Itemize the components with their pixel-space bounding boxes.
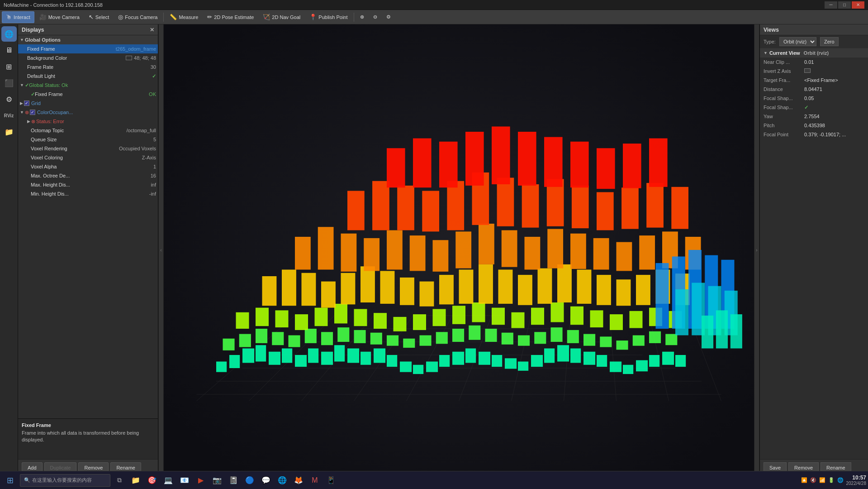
- file-manager-button[interactable]: 📁: [128, 473, 143, 488]
- svg-rect-39: [479, 352, 490, 365]
- app-icon-4[interactable]: ▶: [194, 473, 208, 488]
- scene-container: [164, 24, 754, 475]
- focus-camera-button[interactable]: ◎ Focus Camera: [114, 11, 161, 23]
- titlebar: NoMachine - Connection to 192.168.200.15…: [0, 0, 868, 10]
- invert-z-checkbox[interactable]: [804, 68, 811, 73]
- min-height-row[interactable]: Min. Height Dis... -inf: [18, 189, 158, 198]
- sidebar-icon-folder[interactable]: 📁: [1, 124, 17, 139]
- sidebar-icon-terminal[interactable]: ⬛: [1, 75, 17, 91]
- tray-icon-1[interactable]: 🔼: [801, 477, 807, 483]
- views-type-select[interactable]: Orbit (rviz): [779, 37, 816, 46]
- max-octree-row[interactable]: Max. Octree De... 16: [18, 171, 158, 180]
- background-color-row[interactable]: Background Color 48; 48; 48: [18, 53, 158, 62]
- color-occupancy-row[interactable]: ▼ ⊗ ✓ ColorOccupan...: [18, 108, 158, 117]
- app-icon-9[interactable]: 🌐: [275, 473, 289, 488]
- publish-point-button[interactable]: 📍 Publish Point: [305, 11, 351, 23]
- minus-button[interactable]: ⊖: [369, 11, 381, 23]
- svg-rect-48: [597, 355, 607, 367]
- frame-rate-row[interactable]: Frame Rate 30: [18, 62, 158, 72]
- close-button[interactable]: ✕: [852, 1, 864, 9]
- grid-row[interactable]: ▶ ✓ Grid: [18, 99, 158, 108]
- app-icon-firefox[interactable]: 🦊: [291, 473, 306, 488]
- settings-button[interactable]: ⚙: [382, 11, 395, 23]
- global-options-header[interactable]: ▼ Global Options: [18, 35, 158, 44]
- grid-checkbox[interactable]: ✓: [24, 101, 29, 106]
- sidebar-icon-settings[interactable]: ⚙: [1, 91, 17, 107]
- fixed-frame-status-row[interactable]: ✓ Fixed Frame OK: [18, 90, 158, 99]
- right-collapse-handle[interactable]: ›: [754, 24, 759, 475]
- color-occupancy-checkbox[interactable]: ✓: [30, 110, 35, 115]
- nav-goal-button[interactable]: 🏹 2D Nav Goal: [259, 11, 304, 23]
- background-color-swatch: [126, 56, 132, 60]
- displays-close-icon[interactable]: ✕: [150, 27, 154, 33]
- tray-icon-3[interactable]: 📶: [819, 477, 825, 483]
- plus-button[interactable]: ⊕: [356, 11, 368, 23]
- tray-icon-2[interactable]: 🔇: [810, 477, 816, 483]
- sidebar-icon-apps[interactable]: ⊞: [1, 59, 17, 74]
- search-button[interactable]: 🔍 在这里输入你要搜索的内容: [20, 474, 110, 487]
- views-header: Views: [760, 24, 868, 35]
- svg-rect-84: [256, 308, 269, 326]
- pitch-value: 0.435398: [804, 123, 864, 128]
- app-icon-10[interactable]: M: [308, 473, 322, 488]
- viewport[interactable]: [164, 24, 754, 475]
- settings-icon: ⚙: [386, 14, 391, 20]
- app-icon-8[interactable]: 💬: [259, 473, 273, 488]
- maximize-button[interactable]: □: [838, 1, 851, 9]
- app-icon-1[interactable]: 🎯: [145, 473, 159, 488]
- svg-rect-147: [372, 181, 389, 230]
- global-status-arrow: ▼: [20, 83, 24, 87]
- svg-rect-124: [617, 279, 631, 306]
- color-occupancy-label: ColorOccupan...: [37, 110, 158, 115]
- sidebar-icon-display[interactable]: 🖥: [1, 43, 17, 58]
- svg-rect-152: [497, 178, 514, 226]
- sidebar-icon-globe[interactable]: 🌐: [1, 26, 17, 42]
- voxel-alpha-row[interactable]: Voxel Alpha 1: [18, 162, 158, 171]
- app-icon-7[interactable]: 🔵: [242, 473, 257, 488]
- status-error-row[interactable]: ▶ ⊗ Status: Error: [18, 117, 158, 126]
- global-options-arrow: ▼: [20, 38, 24, 42]
- start-button[interactable]: ⊞: [2, 472, 18, 489]
- svg-rect-44: [544, 349, 555, 363]
- max-height-row[interactable]: Max. Height Dis... inf: [18, 180, 158, 189]
- views-type-label: Type:: [764, 39, 776, 44]
- sidebar-icon-rviz[interactable]: RViz: [1, 108, 17, 123]
- app-icon-3[interactable]: 📧: [177, 473, 192, 488]
- app-icon-6[interactable]: 📓: [226, 473, 241, 488]
- move-camera-button[interactable]: 🎥 Move Camera: [35, 11, 84, 23]
- fixed-frame-row[interactable]: Fixed Frame t265_odom_frame: [18, 44, 158, 53]
- octomap-topic-row[interactable]: Octomap Topic /octomap_full: [18, 126, 158, 135]
- select-button[interactable]: ↖ Select: [85, 11, 114, 23]
- min-height-value: -inf: [149, 191, 156, 197]
- voxel-rendering-row[interactable]: Voxel Rendering Occupied Voxels: [18, 144, 158, 153]
- color-occupancy-check: ✓: [31, 110, 34, 115]
- tray-icon-5[interactable]: 🌐: [837, 477, 844, 483]
- queue-size-row[interactable]: Queue Size 5: [18, 135, 158, 144]
- svg-rect-85: [275, 310, 289, 327]
- svg-rect-24: [282, 349, 292, 363]
- svg-rect-57: [256, 329, 267, 343]
- svg-rect-162: [439, 142, 458, 188]
- displays-content[interactable]: ▼ Global Options Fixed Frame t265_odom_f…: [18, 35, 158, 418]
- task-view-button[interactable]: ⧉: [112, 473, 127, 488]
- global-status-row[interactable]: ▼ ✓ Global Status: Ok: [18, 81, 158, 90]
- app-icon-2[interactable]: 💻: [161, 473, 175, 488]
- default-light-row[interactable]: Default Light ✓: [18, 72, 158, 81]
- measure-button[interactable]: 📏 Measure: [166, 11, 202, 23]
- views-zero-button[interactable]: Zero: [820, 37, 839, 46]
- svg-rect-125: [636, 275, 650, 305]
- interact-button[interactable]: 🖱 Interact: [2, 11, 34, 23]
- tray-icon-4[interactable]: 🔋: [828, 477, 835, 483]
- app-icon-5[interactable]: 📷: [210, 473, 224, 488]
- svg-rect-22: [256, 345, 266, 361]
- pose-estimate-button[interactable]: ✏ 2D Pose Estimate: [203, 11, 258, 23]
- minimize-button[interactable]: ─: [825, 1, 837, 9]
- left-collapse-handle[interactable]: ‹: [158, 24, 164, 475]
- svg-rect-122: [577, 270, 592, 304]
- voxel-coloring-row[interactable]: Voxel Coloring Z-Axis: [18, 153, 158, 162]
- svg-rect-36: [439, 355, 450, 367]
- svg-rect-21: [242, 349, 254, 363]
- app-icon-11[interactable]: 📱: [324, 473, 338, 488]
- svg-rect-156: [597, 192, 614, 230]
- svg-rect-107: [282, 270, 296, 306]
